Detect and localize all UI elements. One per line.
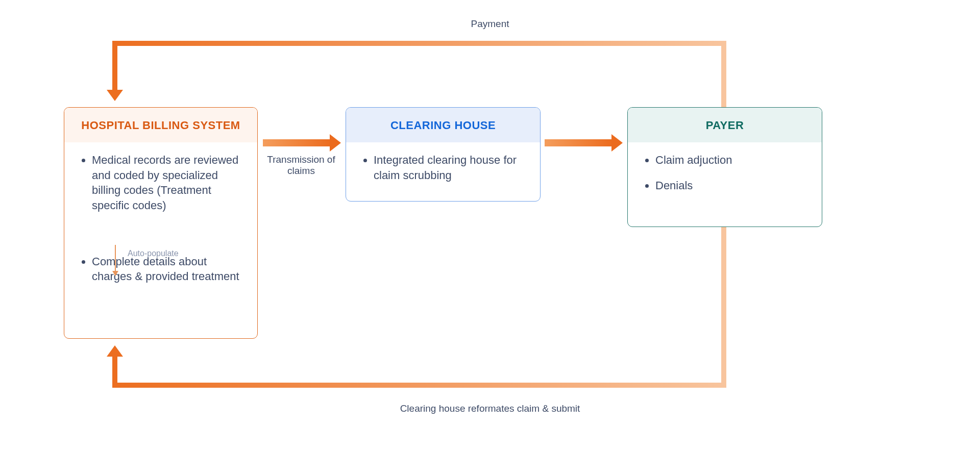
internal-autopopulate-label: Auto-populate <box>128 249 179 258</box>
node-hospital-title: HOSPITAL BILLING SYSTEM <box>64 108 257 142</box>
edge-payment-segment <box>112 41 726 46</box>
node-payer-title: PAYER <box>628 108 822 142</box>
node-clearing-house: CLEARING HOUSE Integrated clearing house… <box>346 107 541 202</box>
node-payer-item: Claim adjuction <box>655 153 807 168</box>
edge-label-reformat: Clearing house reformates claim & submit <box>0 403 980 414</box>
node-payer: PAYER Claim adjuction Denials <box>627 107 822 227</box>
edge-reformat-segment <box>112 383 726 388</box>
edge-label-payment: Payment <box>0 18 980 30</box>
node-hospital-item: Medical records are reviewed and coded b… <box>92 153 243 213</box>
node-payer-item: Denials <box>655 178 807 193</box>
node-clearing-title: CLEARING HOUSE <box>346 108 540 142</box>
edge-payment-segment <box>721 41 726 107</box>
edge-to-payer-arrow <box>545 139 614 146</box>
node-hospital-body: Medical records are reviewed and coded b… <box>64 142 257 296</box>
node-clearing-item: Integrated clearing house for claim scru… <box>374 153 526 183</box>
edge-reformat-arrowhead <box>112 355 117 388</box>
node-payer-body: Claim adjuction Denials <box>628 142 822 205</box>
node-hospital-billing-system: HOSPITAL BILLING SYSTEM Medical records … <box>64 107 258 339</box>
edge-reformat-segment <box>721 227 726 388</box>
diagram-canvas: Payment Transmission of claims Clearing … <box>0 0 980 476</box>
edge-payment-arrowhead <box>112 41 117 92</box>
edge-label-transmission: Transmission of claims <box>263 154 339 177</box>
node-clearing-body: Integrated clearing house for claim scru… <box>346 142 540 195</box>
edge-transmission-arrow <box>263 139 332 146</box>
internal-autopopulate-arrow <box>115 245 116 275</box>
